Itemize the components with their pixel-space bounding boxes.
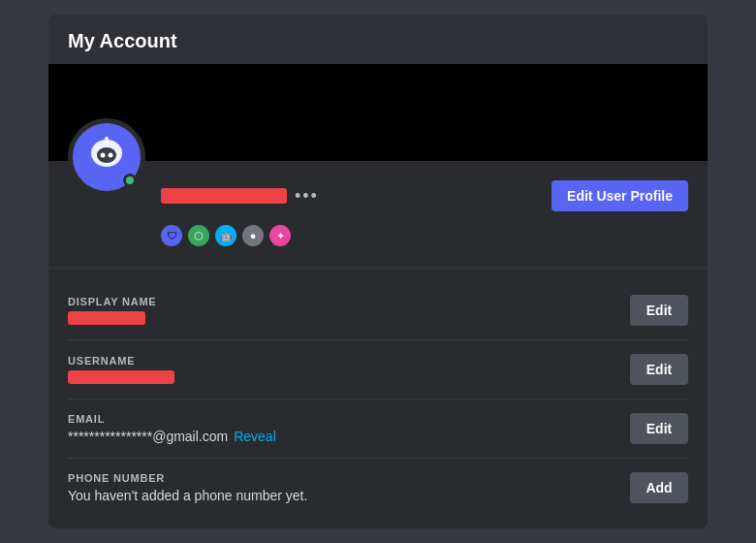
phone-value: You haven't added a phone number yet. (68, 488, 307, 503)
email-value-row: ****************@gmail.com Reveal (68, 429, 276, 444)
edit-profile-button[interactable]: Edit User Profile (551, 180, 688, 211)
display-name-label: DISPLAY NAME (68, 296, 157, 307)
display-name-edit-button[interactable]: Edit (630, 295, 688, 326)
reveal-email-button[interactable]: Reveal (234, 429, 276, 444)
avatar (68, 118, 145, 196)
svg-point-1 (97, 147, 116, 163)
phone-label: PHONE NUMBER (68, 472, 307, 484)
online-indicator (123, 174, 137, 187)
badge-boost: ⬡ (188, 225, 209, 246)
badge-gray: ● (242, 225, 264, 246)
avatar-svg (83, 134, 130, 180)
username-label: USERNAME (68, 355, 174, 367)
profile-section: ••• Edit User Profile 🛡 ⬡ 🤖 ● ✦ (48, 161, 708, 266)
overlay: My Account × ESC (0, 0, 756, 543)
phone-field-row: PHONE NUMBER You haven't added a phone n… (68, 459, 688, 517)
email-label: EMAIL (68, 413, 276, 425)
phone-field: PHONE NUMBER You haven't added a phone n… (68, 472, 307, 503)
display-name-field-row: DISPLAY NAME Edit (68, 281, 688, 340)
email-field: EMAIL ****************@gmail.com Reveal (68, 413, 276, 444)
display-name-field: DISPLAY NAME (68, 296, 157, 325)
username-redacted (161, 188, 287, 204)
modal-title: My Account (68, 30, 177, 51)
badge-star: ✦ (269, 225, 291, 246)
display-name-value-redacted (68, 311, 145, 325)
svg-point-2 (101, 153, 106, 158)
email-field-row: EMAIL ****************@gmail.com Reveal … (68, 399, 688, 459)
badge-bot: 🤖 (215, 225, 236, 246)
fields-section: DISPLAY NAME Edit USERNAME Edit EMAIL * (48, 270, 708, 528)
username-value-redacted (68, 370, 174, 384)
username-edit-button[interactable]: Edit (630, 354, 688, 385)
badge-discord: 🛡 (161, 225, 182, 246)
more-options-button[interactable]: ••• (295, 186, 319, 207)
profile-banner (48, 64, 708, 161)
badges-row: 🛡 ⬡ 🤖 ● ✦ (68, 219, 688, 250)
svg-point-3 (109, 153, 113, 158)
email-value: ****************@gmail.com (68, 429, 228, 444)
username-field: USERNAME (68, 355, 174, 384)
email-edit-button[interactable]: Edit (630, 413, 688, 444)
profile-info-row: ••• Edit User Profile (68, 161, 688, 219)
title-bar: My Account (48, 15, 708, 64)
svg-point-5 (105, 137, 109, 141)
phone-add-button[interactable]: Add (630, 472, 688, 503)
modal: My Account × ESC (48, 15, 708, 528)
username-field-row: USERNAME Edit (68, 340, 688, 399)
